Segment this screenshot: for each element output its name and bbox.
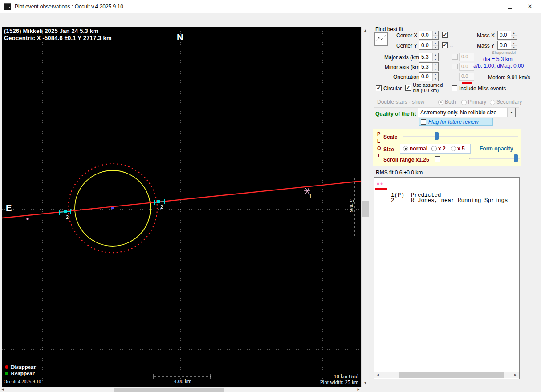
- orientation-spinner[interactable]: 0.0 ▲▼: [419, 72, 439, 81]
- scroll-range-checkbox[interactable]: [435, 156, 440, 162]
- major-axis-alt-value: 0.0: [459, 53, 474, 61]
- plot-canvas[interactable]: 2 2 1 5 mas (1526) Mikk: [2, 27, 361, 387]
- scroll-right-icon[interactable]: ►: [356, 387, 361, 392]
- circular-label: Circular: [383, 85, 402, 92]
- size-radio-group: normal x 2 x 5: [400, 144, 471, 154]
- spin-down-icon[interactable]: ▼: [433, 67, 438, 71]
- mass-x-spinner[interactable]: 0.0 ▲▼: [497, 31, 517, 40]
- spin-up-icon[interactable]: ▲: [511, 31, 517, 35]
- include-miss-checkbox[interactable]: [452, 85, 457, 91]
- spin-down-icon[interactable]: ▼: [511, 35, 517, 39]
- spin-up-icon[interactable]: ▲: [433, 53, 438, 57]
- quality-dropdown[interactable]: Astrometry only. No reliable size ▼: [418, 108, 516, 117]
- spin-up-icon[interactable]: ▲: [433, 41, 438, 45]
- chord-line[interactable]: [2, 181, 361, 218]
- shape-model-label: Shape model: [492, 50, 516, 55]
- observations-list[interactable]: 1(P)Predicted 2R Jones, near Running Spr…: [374, 177, 520, 379]
- spin-down-icon[interactable]: ▼: [433, 35, 438, 39]
- spin-down-icon[interactable]: ▼: [433, 57, 438, 61]
- dia-readout: dia = 5.3 km: [483, 56, 513, 62]
- spin-down-icon[interactable]: ▼: [433, 45, 438, 49]
- minor-axis-spinner[interactable]: 5.3 ▲▼: [419, 62, 439, 71]
- double-stars-title: Double stars - show: [377, 99, 424, 105]
- list-scroll-thumb[interactable]: [399, 372, 504, 378]
- use-assumed-checkbox[interactable]: ✓: [405, 85, 411, 91]
- major-axis-spinner[interactable]: 5.3 ▲▼: [419, 53, 439, 61]
- list-item[interactable]: 2R Jones, near Running Springs: [374, 185, 519, 191]
- plot-controls-panel: P L O T Scale Size normal x 2 x 5 Form o…: [373, 129, 521, 166]
- center-y-label: Center Y: [396, 43, 417, 49]
- close-button[interactable]: ✕: [519, 0, 541, 13]
- scroll-left-icon[interactable]: ◄: [374, 372, 381, 378]
- scale-slider-thumb[interactable]: [435, 132, 439, 140]
- center-x-checkbox[interactable]: ✓: [442, 32, 448, 38]
- double-stars-both-label: Both: [445, 99, 456, 105]
- circular-checkbox[interactable]: ✓: [376, 85, 382, 91]
- scale-label: Scale: [383, 134, 397, 140]
- size-normal-radio[interactable]: [403, 146, 408, 151]
- scroll-down-icon[interactable]: ▼: [362, 379, 369, 387]
- spin-up-icon[interactable]: ▲: [433, 73, 438, 77]
- dropdown-arrow-icon[interactable]: ▼: [507, 108, 515, 117]
- size-normal-label: normal: [410, 145, 427, 152]
- size-x2-radio[interactable]: [431, 146, 437, 151]
- app-window: Plot event observations : Occult v.4.202…: [0, 0, 541, 392]
- close-icon: ✕: [528, 3, 533, 10]
- chord-left-number: 2: [66, 214, 69, 220]
- chord-line-icon: [375, 188, 387, 190]
- opacity-slider-thumb[interactable]: [514, 154, 518, 162]
- fit-chart-icon: [375, 33, 387, 44]
- chord-marker-left-dot: [64, 210, 67, 213]
- size-x5-radio[interactable]: [451, 146, 456, 151]
- size-x2-label: x 2: [438, 145, 446, 152]
- window-title: Plot event observations : Occult v.4.202…: [15, 4, 123, 10]
- disappear-dot-icon: [5, 365, 8, 369]
- scroll-range-label: Scroll range x1.25: [383, 157, 429, 163]
- mass-y-spinner[interactable]: 0.0 ▲▼: [497, 41, 517, 50]
- scroll-right-icon[interactable]: ►: [512, 372, 519, 378]
- center-y-dash: --: [450, 43, 453, 49]
- size-x5-label: x 5: [457, 145, 465, 152]
- double-stars-secondary-label: Secondary: [496, 99, 522, 105]
- plot-title-line2: Geocentric X -5084.6 ±0.1 Y 2717.3 km: [4, 35, 112, 41]
- plot-letter-o: O: [377, 145, 381, 151]
- major-axis-label: Major axis (km): [384, 54, 421, 61]
- scroll-left-icon[interactable]: ◄: [0, 387, 5, 392]
- center-y-spinner[interactable]: 0.0 ▲▼: [419, 41, 439, 50]
- plot-horizontal-scrollbar[interactable]: ◄ ►: [0, 387, 361, 392]
- plot-width-label: Plot width: 25 km: [320, 379, 358, 386]
- scale-bar-label: 4.00 km: [162, 378, 204, 385]
- maximize-button[interactable]: [501, 0, 519, 13]
- horizontal-scroll-thumb[interactable]: [114, 388, 224, 392]
- form-opacity-label[interactable]: Form opacity: [480, 145, 513, 152]
- scale-slider[interactable]: [403, 132, 518, 140]
- spin-up-icon[interactable]: ▲: [433, 63, 438, 67]
- app-icon: [4, 3, 11, 10]
- scroll-up-icon[interactable]: ▲: [362, 27, 369, 34]
- find-best-fit-button[interactable]: [374, 32, 388, 46]
- plot-vertical-scrollbar[interactable]: ▲ ▼: [361, 27, 369, 387]
- list-horizontal-scrollbar[interactable]: ◄ ►: [374, 372, 519, 378]
- spin-down-icon[interactable]: ▼: [511, 45, 517, 49]
- rms-fit-label: RMS fit 0.6 ±0.0 km: [376, 170, 423, 176]
- vertical-scroll-thumb[interactable]: [362, 201, 369, 217]
- star-icon: [304, 188, 310, 194]
- size-label: Size: [383, 146, 394, 153]
- spin-up-icon[interactable]: ▲: [433, 31, 438, 35]
- flag-review-checkbox[interactable]: [421, 119, 426, 125]
- major-axis-alt-checkbox: [452, 54, 458, 60]
- spin-up-icon[interactable]: ▲: [511, 41, 517, 45]
- center-x-spinner[interactable]: 0.0 ▲▼: [419, 31, 439, 40]
- include-miss-label: Include Miss events: [459, 85, 506, 92]
- orientation-alt-value: 0.0: [459, 73, 474, 81]
- mass-y-label: Mass Y: [477, 43, 495, 49]
- spin-down-icon[interactable]: ▼: [433, 77, 438, 81]
- center-y-checkbox[interactable]: ✓: [442, 42, 448, 48]
- opacity-slider[interactable]: [469, 154, 520, 162]
- use-assumed-label-1: Use assumed: [413, 82, 443, 88]
- minimize-icon: [490, 7, 494, 7]
- minimize-button[interactable]: [483, 0, 501, 13]
- chord-marker-right-dot: [157, 200, 160, 203]
- double-stars-both-radio: [438, 100, 443, 105]
- center-x-dash: --: [450, 32, 453, 39]
